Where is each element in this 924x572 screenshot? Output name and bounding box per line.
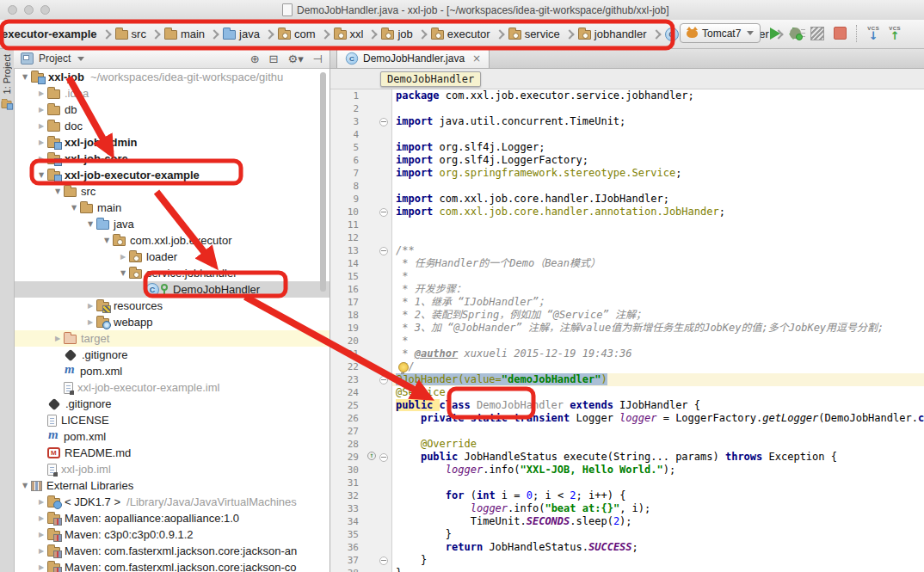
tree-item[interactable]: DemoJobHandler — [14, 281, 330, 298]
tree-item[interactable]: pom.xml — [14, 428, 330, 445]
tree-item[interactable]: xxl-job ~/workspaces/idea-git-workspace/… — [14, 69, 330, 85]
expand-closed-icon[interactable] — [35, 563, 47, 571]
gutter-line-number: 20 — [330, 335, 392, 348]
settings-gear-icon[interactable]: ⚙▾ — [287, 52, 303, 65]
breadcrumb-item[interactable]: xxl — [334, 28, 364, 40]
tree-item-label: db — [65, 103, 77, 116]
expand-closed-icon[interactable] — [84, 318, 96, 326]
project-tool-window-button[interactable]: 1: Project — [0, 49, 14, 113]
fold-icon[interactable] — [379, 208, 388, 217]
breadcrumb-item[interactable]: java — [223, 28, 260, 40]
breadcrumb-item[interactable]: main — [164, 28, 205, 40]
expand-open-icon[interactable] — [84, 220, 96, 228]
expand-closed-icon[interactable] — [35, 514, 47, 522]
tree-item[interactable]: < JDK1.7 > /Library/Java/JavaVirtualMach… — [14, 494, 330, 510]
breadcrumb-item[interactable]: service — [508, 28, 560, 40]
vcs-update-button[interactable]: VCS ↓ — [867, 26, 879, 40]
expand-open-icon[interactable] — [19, 73, 31, 81]
tree-item[interactable]: README.md — [14, 445, 330, 461]
run-configuration-select[interactable]: Tomcat7 — [680, 23, 761, 43]
expand-closed-icon[interactable] — [35, 547, 47, 555]
expand-open-icon[interactable] — [68, 204, 80, 212]
tree-item[interactable]: db — [14, 101, 330, 118]
tree-item[interactable]: src — [14, 183, 330, 200]
tree-item[interactable]: com.xxl.job.executor — [14, 232, 330, 249]
tree-item[interactable]: Maven: com.fasterxml.jackson.core:jackso… — [14, 543, 330, 559]
project-tree[interactable]: xxl-job ~/workspaces/idea-git-workspace/… — [14, 69, 330, 572]
expand-closed-icon[interactable] — [117, 253, 129, 261]
expand-closed-icon[interactable] — [35, 155, 47, 163]
hide-panel-icon[interactable]: ⊣ — [313, 52, 323, 65]
stop-button[interactable] — [834, 27, 847, 40]
chevron-down-icon[interactable] — [77, 57, 84, 61]
breadcrumb-item[interactable]: executor-example — [2, 28, 97, 40]
fold-icon[interactable] — [379, 118, 388, 126]
expand-open-icon[interactable] — [52, 188, 64, 195]
debug-button[interactable] — [790, 28, 801, 39]
tree-item[interactable]: xxl-job-executor-example — [14, 167, 330, 183]
expand-open-icon[interactable] — [19, 482, 31, 489]
expand-closed-icon[interactable] — [52, 335, 64, 342]
breadcrumb-item[interactable]: com — [278, 28, 316, 40]
expand-closed-icon[interactable] — [35, 531, 47, 538]
expand-closed-icon[interactable] — [35, 89, 47, 97]
tree-item[interactable]: .gitignore — [14, 347, 330, 363]
tree-item[interactable]: service.jobhandler — [14, 265, 330, 281]
coverage-button[interactable] — [810, 27, 824, 40]
tree-item[interactable]: xxl-job-core — [14, 151, 330, 167]
tree-item[interactable]: External Libraries — [14, 477, 330, 494]
breadcrumb-item[interactable]: job — [381, 28, 412, 40]
tree-item[interactable]: xxl-job.iml — [14, 461, 330, 477]
class-name-chip[interactable]: DemoJobHandler — [380, 71, 481, 87]
fold-icon[interactable] — [379, 557, 388, 565]
tree-item[interactable]: xxl-job-admin — [14, 134, 330, 151]
fold-icon[interactable] — [379, 453, 388, 462]
expand-open-icon[interactable] — [101, 237, 113, 244]
intention-bulb-icon[interactable] — [398, 362, 409, 372]
gutter-line-number: 4 — [330, 128, 392, 141]
override-method-icon[interactable] — [367, 452, 376, 460]
code-text: TimeUnit.SECONDS.sleep(2); — [392, 515, 632, 528]
minimize-window-button[interactable] — [24, 5, 34, 15]
editor-tab[interactable]: DemoJobHandler.java × — [336, 48, 490, 68]
tree-item[interactable]: webapp — [14, 314, 330, 330]
tree-item[interactable]: Maven: com.fasterxml.jackson.core:jackso… — [14, 559, 330, 572]
expand-open-icon[interactable] — [35, 171, 47, 179]
locate-icon[interactable]: ⊕ — [250, 52, 260, 65]
project-panel-title[interactable]: Project — [39, 52, 71, 65]
expand-open-icon[interactable] — [117, 269, 129, 277]
close-window-button[interactable] — [8, 5, 17, 15]
code-area[interactable]: 1package com.xxl.job.executor.service.jo… — [330, 89, 924, 572]
tree-item[interactable]: loader — [14, 249, 330, 265]
expand-closed-icon[interactable] — [35, 122, 47, 130]
tree-scrollbar[interactable] — [320, 72, 326, 292]
close-tab-icon[interactable]: × — [472, 52, 481, 65]
tree-item[interactable]: LICENSE — [14, 412, 330, 428]
expand-closed-icon[interactable] — [35, 106, 47, 114]
tree-item[interactable]: resources — [14, 298, 330, 314]
fold-icon[interactable] — [379, 376, 388, 384]
tree-item[interactable]: Maven: aopalliance:aopalliance:1.0 — [14, 510, 330, 526]
run-button[interactable] — [770, 28, 780, 40]
zoom-window-button[interactable] — [40, 5, 50, 15]
tree-item[interactable]: .gitignore — [14, 396, 330, 412]
expand-closed-icon[interactable] — [84, 302, 96, 310]
tree-item[interactable]: doc — [14, 118, 330, 134]
window-controls[interactable] — [8, 5, 50, 15]
breadcrumb-item[interactable]: src — [115, 28, 146, 40]
tree-item[interactable]: xxl-job-executor-example.iml — [14, 379, 330, 396]
tree-item[interactable]: .idea — [14, 85, 330, 101]
tree-item[interactable]: Maven: c3p0:c3p0:0.9.1.2 — [14, 526, 330, 543]
fold-icon[interactable] — [379, 247, 388, 255]
tree-item[interactable]: pom.xml — [14, 363, 330, 379]
folder-icon — [47, 106, 60, 115]
expand-closed-icon[interactable] — [35, 498, 47, 506]
breadcrumb-item[interactable]: executor — [431, 28, 490, 40]
tree-item[interactable]: target — [14, 330, 330, 347]
tree-item[interactable]: java — [14, 216, 330, 232]
tree-item[interactable]: main — [14, 200, 330, 216]
collapse-all-icon[interactable]: ⊟ — [269, 52, 279, 65]
breadcrumb-item[interactable]: jobhandler — [578, 28, 647, 40]
vcs-commit-button[interactable]: VCS ↑ — [889, 26, 901, 40]
expand-closed-icon[interactable] — [35, 138, 47, 146]
